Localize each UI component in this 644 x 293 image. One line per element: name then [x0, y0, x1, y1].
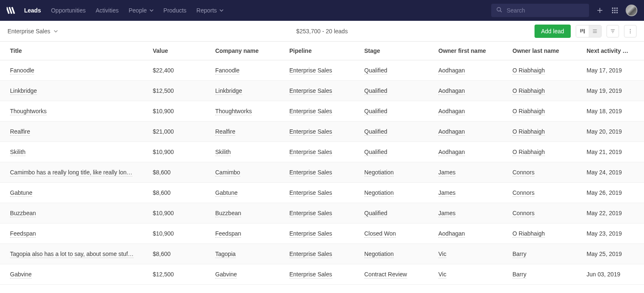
column-header[interactable]: Title	[0, 42, 148, 60]
cell-link-company[interactable]: Gabvine	[215, 271, 237, 278]
cell-link-title[interactable]: Skilith	[10, 149, 25, 156]
table-row[interactable]: Fanoodle$22,400FanoodleEnterprise SalesQ…	[0, 60, 644, 81]
column-header[interactable]: Pipeline	[284, 42, 359, 60]
cell-link-pipeline[interactable]: Enterprise Sales	[289, 149, 332, 156]
table-row[interactable]: Realfire$21,000RealfireEnterprise SalesQ…	[0, 122, 644, 142]
cell-link-owner_first[interactable]: Vic	[438, 271, 446, 278]
cell-link-company[interactable]: Linkbridge	[215, 87, 242, 95]
cell-link-owner_last[interactable]: O Riabhaigh	[512, 67, 545, 74]
cell-link-owner_first[interactable]: Aodhagan	[438, 67, 465, 74]
cell-link-title[interactable]: Tagopia also has a lot to say, about som…	[10, 251, 134, 258]
table-row[interactable]: Buzzbean$10,900BuzzbeanEnterprise SalesQ…	[0, 203, 644, 223]
cell-link-owner_first[interactable]: Aodhagan	[438, 149, 465, 156]
cell-link-stage[interactable]: Qualified	[364, 87, 387, 95]
cell-link-owner_last[interactable]: O Riabhaigh	[512, 87, 545, 95]
cell-link-owner_first[interactable]: Aodhagan	[438, 230, 465, 238]
cell-link-company[interactable]: Fanoodle	[215, 67, 239, 74]
column-header[interactable]: Company name	[210, 42, 284, 60]
cell-link-stage[interactable]: Qualified	[364, 108, 387, 115]
cell-link-pipeline[interactable]: Enterprise Sales	[289, 87, 332, 95]
nav-link-people[interactable]: People	[129, 7, 154, 14]
cell-link-pipeline[interactable]: Enterprise Sales	[289, 189, 332, 197]
cell-link-pipeline[interactable]: Enterprise Sales	[289, 251, 332, 258]
cell-link-company[interactable]: Buzzbean	[215, 210, 241, 217]
cell-link-stage[interactable]: Qualified	[364, 128, 387, 136]
nav-link-reports[interactable]: Reports	[196, 7, 224, 14]
column-header[interactable]: Next activity …	[582, 42, 644, 60]
cell-link-stage[interactable]: Contract Review	[364, 271, 407, 278]
cell-link-stage[interactable]: Qualified	[364, 149, 387, 156]
cell-link-pipeline[interactable]: Enterprise Sales	[289, 128, 332, 136]
cell-link-owner_last[interactable]: O Riabhaigh	[512, 108, 545, 115]
app-logo[interactable]	[7, 6, 16, 15]
cell-link-company[interactable]: Tagopia	[215, 251, 236, 258]
cell-link-company[interactable]: Thoughtworks	[215, 108, 252, 115]
cell-link-owner_first[interactable]: James	[438, 189, 455, 197]
table-row[interactable]: Gabvine$12,500GabvineEnterprise SalesCon…	[0, 264, 644, 285]
cell-link-title[interactable]: Realfire	[10, 128, 30, 136]
table-row[interactable]: Tagopia also has a lot to say, about som…	[0, 244, 644, 264]
column-header[interactable]: Stage	[359, 42, 433, 60]
cell-link-owner_first[interactable]: Vic	[438, 251, 446, 258]
table-row[interactable]: Gabtune$8,600GabtuneEnterprise SalesNego…	[0, 183, 644, 203]
cell-link-company[interactable]: Realfire	[215, 128, 235, 136]
cell-link-title[interactable]: Linkbridge	[10, 87, 37, 95]
column-header[interactable]: Owner first name	[433, 42, 507, 60]
cell-link-title[interactable]: Gabvine	[10, 271, 32, 278]
cell-link-pipeline[interactable]: Enterprise Sales	[289, 210, 332, 217]
cell-link-owner_last[interactable]: O Riabhaigh	[512, 149, 545, 156]
cell-link-title[interactable]: Feedspan	[10, 230, 36, 238]
cell-link-owner_last[interactable]: Connors	[512, 169, 535, 176]
cell-link-stage[interactable]: Closed Won	[364, 230, 396, 238]
filter-button[interactable]	[607, 25, 619, 37]
add-icon[interactable]	[596, 6, 604, 15]
cell-link-company[interactable]: Skilith	[215, 149, 231, 156]
apps-icon[interactable]	[611, 6, 619, 15]
cell-link-company[interactable]: Feedspan	[215, 230, 241, 238]
cell-link-owner_last[interactable]: Barry	[512, 251, 526, 258]
column-header[interactable]: Value	[148, 42, 210, 60]
kanban-view-button[interactable]	[576, 25, 589, 37]
search-box[interactable]	[491, 4, 589, 17]
cell-link-owner_last[interactable]: Connors	[512, 210, 535, 217]
column-header[interactable]: Owner last name	[507, 42, 582, 60]
cell-link-stage[interactable]: Negotiation	[364, 251, 394, 258]
cell-link-owner_first[interactable]: James	[438, 169, 455, 176]
leads-table-wrap[interactable]: TitleValueCompany namePipelineStageOwner…	[0, 42, 644, 293]
cell-link-pipeline[interactable]: Enterprise Sales	[289, 230, 332, 238]
cell-link-stage[interactable]: Negotiation	[364, 169, 394, 176]
cell-link-owner_first[interactable]: Aodhagan	[438, 128, 465, 136]
cell-link-pipeline[interactable]: Enterprise Sales	[289, 108, 332, 115]
cell-link-owner_last[interactable]: Connors	[512, 189, 535, 197]
cell-link-owner_last[interactable]: Barry	[512, 271, 526, 278]
cell-link-owner_first[interactable]: Aodhagan	[438, 108, 465, 115]
cell-link-pipeline[interactable]: Enterprise Sales	[289, 169, 332, 176]
nav-link-opportunities[interactable]: Opportunities	[51, 7, 85, 14]
add-lead-button[interactable]: Add lead	[535, 25, 571, 38]
cell-link-title[interactable]: Camimbo has a really long title, like re…	[10, 169, 132, 176]
nav-link-products[interactable]: Products	[164, 7, 186, 14]
cell-link-title[interactable]: Fanoodle	[10, 67, 34, 74]
cell-link-stage[interactable]: Qualified	[364, 210, 387, 217]
more-button[interactable]	[624, 25, 637, 37]
search-input[interactable]	[507, 7, 584, 14]
table-row[interactable]: Thoughtworks$10,900ThoughtworksEnterpris…	[0, 101, 644, 122]
table-row[interactable]: Camimbo has a really long title, like re…	[0, 162, 644, 183]
table-row[interactable]: Skilith$10,900SkilithEnterprise SalesQua…	[0, 142, 644, 162]
cell-link-company[interactable]: Gabtune	[215, 189, 238, 197]
avatar[interactable]	[626, 5, 637, 16]
cell-link-company[interactable]: Camimbo	[215, 169, 240, 176]
cell-link-owner_last[interactable]: O Riabhaigh	[512, 128, 545, 136]
cell-link-owner_first[interactable]: James	[438, 210, 455, 217]
cell-link-stage[interactable]: Negotiation	[364, 189, 394, 197]
pipeline-select[interactable]: Enterprise Sales	[7, 28, 58, 35]
table-row[interactable]: Feedspan$10,900FeedspanEnterprise SalesC…	[0, 223, 644, 244]
nav-link-leads[interactable]: Leads	[24, 7, 41, 14]
cell-link-title[interactable]: Thoughtworks	[10, 108, 47, 115]
cell-link-pipeline[interactable]: Enterprise Sales	[289, 67, 332, 74]
cell-link-title[interactable]: Buzzbean	[10, 210, 36, 217]
list-view-button[interactable]	[589, 25, 601, 37]
cell-link-title[interactable]: Gabtune	[10, 189, 32, 197]
cell-link-pipeline[interactable]: Enterprise Sales	[289, 271, 332, 278]
cell-link-owner_last[interactable]: O Riabhaigh	[512, 230, 545, 238]
